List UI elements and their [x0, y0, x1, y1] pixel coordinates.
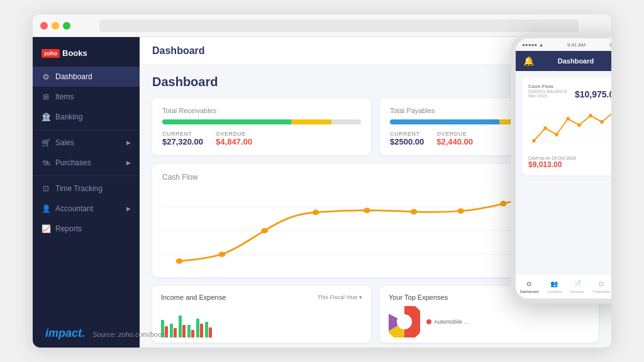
expense-bar — [209, 327, 212, 337]
sidebar-item-reports[interactable]: 📈 Reports — [33, 219, 140, 239]
sales-icon: 🛒 — [42, 138, 50, 147]
source-footer: impact. Source: zoho.com/books — [45, 327, 169, 340]
sidebar-item-label: Time Tracking — [55, 184, 103, 193]
income-bar — [187, 325, 191, 337]
sidebar-item-sales[interactable]: 🛒 Sales ▶ — [33, 133, 140, 153]
zoho-logo: zoho — [42, 49, 60, 58]
maximize-button[interactable] — [63, 22, 70, 30]
svg-point-12 — [555, 133, 558, 136]
close-button[interactable] — [40, 22, 48, 30]
payables-blue-bar — [390, 119, 499, 124]
sidebar-item-dashboard[interactable]: ⊙ Dashboard — [33, 67, 140, 87]
sidebar: zoho Books ⊙ Dashboard ⊞ Items 🏦 Banking… — [33, 37, 140, 348]
phone-nav-dashboard[interactable]: ⊙ Dashboard — [520, 280, 538, 293]
sidebar-item-accountant[interactable]: 👤 Accountant ▶ — [33, 199, 140, 219]
cashflow-line — [179, 195, 555, 261]
payables-current: CURRENT $2500.00 — [390, 131, 424, 146]
phone-ending-balance-label: ENDING BALANCE Mar 2019 — [528, 89, 567, 98]
phone-contacts-icon: 👥 — [550, 280, 558, 288]
overdue-value: $4,847.00 — [216, 137, 252, 146]
sidebar-item-banking[interactable]: 🏦 Banking — [33, 107, 140, 127]
sidebar-item-label: Accountant — [55, 204, 93, 213]
income-expense-card: Income and Expense This Fiscal Year ▾ — [152, 286, 371, 343]
phone-ending-balance-value: $10,975.00 — [575, 89, 611, 99]
books-logo: Books — [62, 48, 87, 58]
phone-nav-label: Dashboard — [520, 290, 538, 293]
phone-invoices-icon: 📄 — [573, 280, 582, 288]
current-value: $27,320.00 — [162, 137, 203, 146]
chevron-right-icon: ▶ — [126, 140, 131, 146]
bar-group-2 — [170, 324, 177, 337]
expenses-pie-chart — [389, 306, 420, 337]
overdue-label: OVERDUE — [216, 131, 252, 137]
phone-nav-label: Contacts — [547, 290, 562, 293]
sidebar-item-label: Items — [55, 92, 74, 101]
income-expense-filter[interactable]: This Fiscal Year ▾ — [318, 294, 362, 300]
bar-group-6 — [205, 322, 212, 337]
accountant-icon: 👤 — [42, 204, 50, 213]
sidebar-item-label: Reports — [55, 224, 82, 233]
income-expense-title: Income and Expense — [161, 293, 226, 301]
income-bar — [179, 315, 182, 337]
phone-line-chart — [528, 103, 611, 153]
phone-body: Cash Flow ENDING BALANCE Mar 2019 $10,97… — [516, 71, 611, 273]
phone-notification-icon: 🔔 — [523, 56, 534, 66]
phone-dashboard-icon: ⊙ — [525, 280, 533, 288]
bar-group-5 — [196, 319, 203, 337]
svg-point-14 — [577, 123, 580, 127]
phone-cashflow-chart — [528, 103, 611, 153]
signal-icon: ●●●●● ▲ — [522, 42, 543, 48]
phone-status-bar: ●●●●● ▲ 9:41 AM 100% ▪ — [516, 38, 611, 51]
minimize-button[interactable] — [52, 22, 59, 30]
chart-point — [500, 201, 507, 207]
banking-icon: 🏦 — [42, 112, 50, 121]
expense-bar — [174, 328, 177, 337]
income-bar — [170, 324, 173, 337]
phone-nav-label: Timesheet — [592, 290, 610, 293]
expense-bar — [182, 325, 186, 337]
sidebar-item-label: Sales — [55, 138, 74, 147]
income-expense-chart — [161, 306, 362, 337]
app-logo: zoho Books — [33, 42, 140, 67]
items-icon: ⊞ — [42, 92, 50, 101]
receivables-title: Total Receivables — [162, 107, 361, 114]
income-bar — [196, 319, 199, 337]
svg-point-6 — [397, 314, 412, 329]
phone-timesheet-icon: ⊡ — [597, 280, 606, 288]
legend-label-automobile: Automobile ... — [434, 319, 469, 325]
phone-nav-invoices[interactable]: 📄 Invoices — [570, 280, 584, 293]
url-bar[interactable] — [99, 19, 579, 32]
svg-point-10 — [532, 139, 535, 143]
sidebar-item-purchases[interactable]: 🛍 Purchases ▶ — [33, 153, 140, 173]
svg-point-15 — [589, 114, 592, 118]
svg-point-16 — [600, 120, 603, 124]
sidebar-item-items[interactable]: ⊞ Items — [33, 87, 140, 107]
income-bar — [205, 322, 208, 337]
chart-point — [313, 210, 319, 216]
chart-point — [218, 251, 225, 257]
phone-nav-contacts[interactable]: 👥 Contacts — [547, 280, 562, 293]
reports-icon: 📈 — [42, 224, 50, 233]
receivables-green-bar — [162, 119, 291, 124]
chevron-right-icon: ▶ — [126, 160, 131, 166]
sidebar-item-time-tracking[interactable]: ⊡ Time Tracking — [33, 178, 140, 199]
sidebar-item-label: Dashboard — [55, 72, 92, 81]
receivables-current: CURRENT $27,320.00 — [162, 131, 203, 146]
receivables-yellow-bar — [291, 119, 331, 124]
bar-group-3 — [179, 315, 186, 337]
receivables-card: Total Receivables CURRENT $27,320.00 O — [152, 98, 371, 155]
chart-point — [261, 228, 268, 234]
current-value: $2500.00 — [390, 137, 424, 146]
sidebar-item-label: Banking — [55, 112, 82, 121]
current-label: CURRENT — [390, 131, 424, 137]
battery-icon: 100% ▪ — [609, 42, 611, 48]
overdue-value: $2,440.00 — [436, 137, 473, 146]
chevron-right-icon: ▶ — [126, 206, 131, 212]
income-expense-header: Income and Expense This Fiscal Year ▾ — [161, 293, 362, 301]
current-label: CURRENT — [162, 131, 203, 137]
phone-cash-as-of-value: $9,013.00 — [528, 160, 611, 169]
source-text: Source: zoho.com/books — [92, 331, 169, 338]
phone-header-title: Dashboard — [558, 57, 594, 65]
time-tracking-icon: ⊡ — [42, 184, 50, 193]
phone-nav-timesheet[interactable]: ⊡ Timesheet — [592, 280, 610, 293]
